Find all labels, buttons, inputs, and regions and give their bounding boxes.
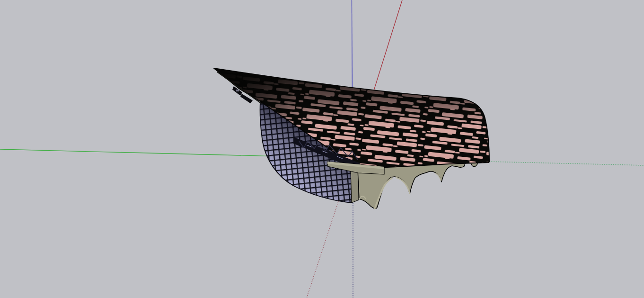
modeling-viewport[interactable] (0, 0, 644, 298)
model-arcade-side-face[interactable] (351, 168, 359, 203)
bracket-highlight (236, 90, 239, 91)
viewport-canvas[interactable] (0, 0, 644, 298)
